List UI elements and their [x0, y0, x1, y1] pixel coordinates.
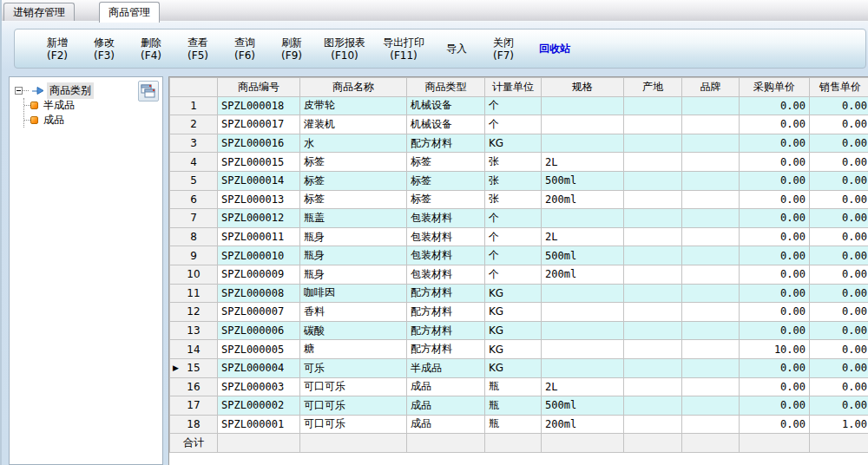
cell-brand[interactable]: [682, 415, 740, 434]
cell-brand[interactable]: [682, 377, 740, 396]
cell-code[interactable]: SPZL000002: [218, 396, 300, 416]
cell-purchase[interactable]: 0.00: [740, 265, 810, 284]
import-button[interactable]: 导入: [437, 30, 477, 67]
cell-type[interactable]: 标签: [407, 190, 485, 209]
cell-sale[interactable]: 0.00: [810, 265, 868, 284]
cell-origin[interactable]: [624, 284, 682, 303]
cell-spec[interactable]: [542, 358, 624, 377]
cell-purchase[interactable]: 0.00: [740, 209, 810, 228]
cell-type[interactable]: 标签: [407, 153, 485, 172]
cell-name[interactable]: 可乐: [300, 358, 407, 377]
cell-name[interactable]: 瓶身: [300, 246, 407, 265]
cell-spec[interactable]: [542, 340, 624, 359]
cell-code[interactable]: SPZL000011: [218, 227, 300, 246]
cell-origin[interactable]: [624, 415, 682, 434]
row-number-cell[interactable]: 4: [170, 153, 218, 172]
row-number-cell[interactable]: 9: [170, 246, 218, 265]
cell-sale[interactable]: 0.00: [810, 340, 868, 359]
cell-spec[interactable]: [542, 115, 624, 134]
cell-sale[interactable]: 0.00: [810, 190, 868, 209]
table-row[interactable]: 2SPZL000017灌装机机械设备个0.000.00: [170, 115, 868, 134]
column-header[interactable]: 产地: [624, 78, 682, 97]
chart-report-button[interactable]: 图形报表(F10): [319, 30, 371, 67]
table-row[interactable]: 17SPZL000002可口可乐成品瓶500ml0.000.00: [170, 396, 868, 416]
cell-origin[interactable]: [624, 265, 682, 284]
cell-spec[interactable]: [542, 134, 624, 153]
row-number-cell[interactable]: 3: [170, 134, 218, 153]
row-number-cell[interactable]: 1: [170, 96, 218, 115]
cell-purchase[interactable]: 0.00: [740, 134, 810, 153]
cell-unit[interactable]: KG: [485, 303, 542, 322]
cell-brand[interactable]: [682, 303, 740, 322]
table-row[interactable]: 7SPZL000012瓶盖包装材料个0.000.00: [170, 209, 868, 228]
table-row[interactable]: 12SPZL000007香料配方材料KG0.000.00: [170, 303, 868, 322]
column-header[interactable]: 商品编号: [218, 78, 300, 97]
cell-code[interactable]: SPZL000006: [218, 321, 300, 340]
cell-type[interactable]: 包装材料: [407, 265, 485, 284]
cell-brand[interactable]: [682, 284, 740, 303]
cell-type[interactable]: 配方材料: [407, 284, 485, 303]
row-number-cell[interactable]: 17: [170, 396, 218, 416]
category-manage-button[interactable]: [138, 81, 159, 102]
table-row[interactable]: ▶15SPZL000004可乐半成品KG0.000.00: [170, 358, 868, 377]
cell-name[interactable]: 瓶身: [300, 265, 407, 284]
cell-brand[interactable]: [682, 115, 740, 134]
row-number-cell[interactable]: 13: [170, 321, 218, 340]
cell-name[interactable]: 糖: [300, 340, 407, 359]
cell-brand[interactable]: [682, 227, 740, 246]
cell-spec[interactable]: 200ml: [542, 415, 624, 434]
cell-brand[interactable]: [682, 134, 740, 153]
row-number-cell[interactable]: 14: [170, 340, 218, 359]
cell-sale[interactable]: 0.00: [810, 209, 868, 228]
row-number-cell[interactable]: 16: [170, 377, 218, 396]
cell-type[interactable]: 成品: [407, 415, 485, 434]
cell-unit[interactable]: 个: [485, 265, 542, 284]
cell-type[interactable]: 机械设备: [407, 115, 485, 134]
cell-unit[interactable]: 张: [485, 171, 542, 190]
cell-name[interactable]: 香料: [300, 303, 407, 322]
cell-code[interactable]: SPZL000013: [218, 190, 300, 209]
cell-type[interactable]: 配方材料: [407, 340, 485, 359]
table-row[interactable]: 10SPZL000009瓶身包装材料个200ml0.000.00: [170, 265, 868, 284]
cell-type[interactable]: 配方材料: [407, 303, 485, 322]
export-print-button[interactable]: 导出打印(F11): [378, 30, 430, 67]
cell-origin[interactable]: [624, 377, 682, 396]
cell-code[interactable]: SPZL000012: [218, 209, 300, 228]
cell-spec[interactable]: 2L: [542, 227, 624, 246]
table-row[interactable]: 16SPZL000003可口可乐成品瓶2L0.000.00: [170, 377, 868, 396]
cell-unit[interactable]: 个: [485, 96, 542, 115]
cell-brand[interactable]: [682, 246, 740, 265]
cell-name[interactable]: 碳酸: [300, 321, 407, 340]
cell-type[interactable]: 包装材料: [407, 209, 485, 228]
cell-spec[interactable]: 200ml: [542, 190, 624, 209]
cell-code[interactable]: SPZL000017: [218, 115, 300, 134]
cell-type[interactable]: 包装材料: [407, 246, 485, 265]
row-number-cell[interactable]: 2: [170, 115, 218, 134]
cell-unit[interactable]: 瓶: [485, 415, 542, 434]
cell-unit[interactable]: KG: [485, 134, 542, 153]
cell-code[interactable]: SPZL000016: [218, 134, 300, 153]
cell-type[interactable]: 半成品: [407, 358, 485, 377]
cell-spec[interactable]: [542, 303, 624, 322]
cell-unit[interactable]: 个: [485, 246, 542, 265]
cell-sale[interactable]: 0.00: [810, 396, 868, 416]
row-number-cell[interactable]: 12: [170, 303, 218, 322]
cell-spec[interactable]: [542, 284, 624, 303]
cell-name[interactable]: 标签: [300, 171, 407, 190]
table-row[interactable]: 13SPZL000006碳酸配方材料KG0.000.00: [170, 321, 868, 340]
row-number-cell[interactable]: ▶15: [170, 358, 218, 377]
cell-purchase[interactable]: 0.00: [740, 115, 810, 134]
cell-spec[interactable]: 200ml: [542, 265, 624, 284]
cell-origin[interactable]: [624, 321, 682, 340]
close-button[interactable]: 关闭(F7): [483, 30, 523, 67]
cell-code[interactable]: SPZL000001: [218, 415, 300, 434]
table-row[interactable]: 11SPZL000008咖啡因配方材料KG0.000.00: [170, 284, 868, 303]
cell-name[interactable]: 瓶盖: [300, 209, 407, 228]
row-number-cell[interactable]: 18: [170, 415, 218, 434]
cell-code[interactable]: SPZL000018: [218, 96, 300, 115]
cell-origin[interactable]: [624, 358, 682, 377]
row-number-cell[interactable]: 10: [170, 265, 218, 284]
cell-brand[interactable]: [682, 153, 740, 172]
cell-origin[interactable]: [624, 134, 682, 153]
column-header[interactable]: 商品名称: [300, 78, 407, 97]
